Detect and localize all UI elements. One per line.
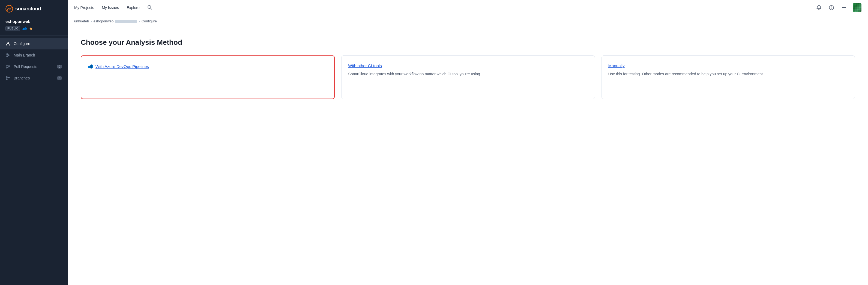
other-ci-link[interactable]: With other CI tools: [348, 63, 588, 68]
card-azure-devops[interactable]: With Azure DevOps Pipelines: [81, 55, 335, 99]
card-other-ci[interactable]: With other CI tools SonarCloud integrate…: [341, 55, 595, 99]
breadcrumb-current: Configure: [142, 19, 157, 23]
header: My Projects My Issues Explore ?: [68, 0, 868, 15]
bell-button[interactable]: [815, 4, 823, 11]
user-avatar[interactable]: [853, 3, 862, 12]
svg-text:?: ?: [830, 6, 832, 10]
search-icon[interactable]: [147, 5, 153, 10]
sidebar-item-main-branch[interactable]: Main Branch: [0, 49, 68, 61]
azure-devops-link-text: With Azure DevOps Pipelines: [95, 64, 149, 69]
svg-point-2: [6, 54, 8, 55]
breadcrumb-project[interactable]: eshoponweb: [94, 19, 114, 23]
sonarcloud-logo-icon: [5, 5, 13, 12]
breadcrumb: unhueteb › eshoponweb › Configure: [68, 15, 868, 27]
sidebar-logo: sonarcloud: [0, 0, 68, 17]
branches-icon: [5, 76, 10, 81]
public-badge: PUBLIC: [5, 26, 20, 31]
logo-text: sonarcloud: [15, 6, 41, 12]
main-area: My Projects My Issues Explore ?: [68, 0, 868, 285]
project-section: eshoponweb PUBLIC ★: [0, 17, 68, 36]
branches-label: Branches: [13, 76, 54, 80]
svg-point-11: [6, 79, 7, 80]
nav-my-projects[interactable]: My Projects: [74, 4, 94, 11]
breadcrumb-redacted: [115, 20, 137, 23]
header-actions: ?: [815, 3, 862, 12]
sidebar-item-configure[interactable]: Configure: [0, 38, 68, 49]
svg-point-9: [8, 65, 9, 66]
breadcrumb-sep-2: ›: [138, 19, 140, 23]
svg-point-3: [6, 56, 8, 57]
azure-devops-link[interactable]: With Azure DevOps Pipelines: [88, 64, 328, 69]
sidebar: sonarcloud eshoponweb PUBLIC ★ Configure: [0, 0, 68, 285]
content-area: Choose your Analysis Method With Azure D…: [68, 27, 868, 285]
main-branch-icon: [5, 53, 10, 58]
sidebar-nav: Configure Main Branch: [0, 36, 68, 285]
help-button[interactable]: ?: [828, 4, 835, 11]
other-ci-description: SonarCloud integrates with your workflow…: [348, 71, 588, 77]
header-nav: My Projects My Issues Explore: [74, 4, 815, 11]
manually-link[interactable]: Manually: [608, 63, 848, 68]
plus-button[interactable]: [840, 4, 848, 11]
pull-requests-icon: [5, 64, 10, 69]
nav-explore[interactable]: Explore: [127, 4, 140, 11]
branches-badge: 0: [57, 76, 62, 80]
star-badge[interactable]: ★: [29, 26, 33, 31]
other-ci-link-text: With other CI tools: [348, 63, 382, 68]
manually-description: Use this for testing. Other modes are re…: [608, 71, 848, 77]
svg-point-1: [7, 42, 9, 44]
nav-my-issues[interactable]: My Issues: [102, 4, 119, 11]
svg-point-6: [6, 65, 7, 66]
analysis-method-cards: With Azure DevOps Pipelines With other C…: [81, 55, 855, 99]
svg-line-15: [150, 8, 152, 9]
avatar-image: [853, 3, 862, 12]
page-title: Choose your Analysis Method: [81, 38, 855, 47]
project-name: eshoponweb: [5, 19, 62, 24]
sidebar-item-pull-requests[interactable]: Pull Requests 0: [0, 61, 68, 72]
azure-devops-card-icon: [88, 64, 93, 69]
configure-icon: [5, 41, 10, 46]
main-branch-label: Main Branch: [13, 53, 62, 57]
card-manually[interactable]: Manually Use this for testing. Other mod…: [601, 55, 855, 99]
pull-requests-badge: 0: [57, 65, 62, 68]
breadcrumb-org[interactable]: unhueteb: [74, 19, 89, 23]
configure-label: Configure: [13, 41, 62, 46]
manually-link-text: Manually: [608, 63, 625, 68]
project-badges: PUBLIC ★: [5, 26, 62, 31]
breadcrumb-sep-1: ›: [91, 19, 92, 23]
sidebar-item-branches[interactable]: Branches 0: [0, 72, 68, 84]
azure-devops-badge-icon: [22, 27, 27, 31]
pull-requests-label: Pull Requests: [13, 64, 54, 69]
